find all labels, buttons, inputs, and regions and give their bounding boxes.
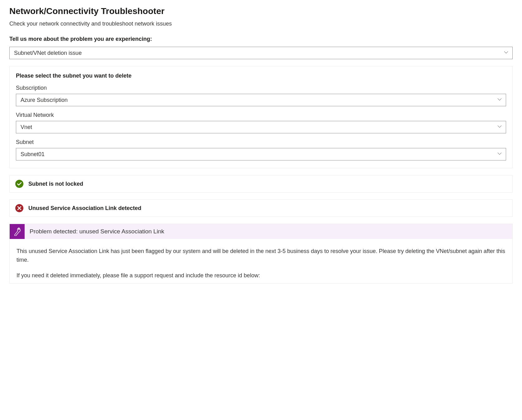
- vnet-select[interactable]: Vnet: [16, 121, 506, 133]
- problem-paragraph-1: This unused Service Association Link has…: [17, 247, 505, 265]
- page-title: Network/Connectivity Troubleshooter: [9, 6, 513, 16]
- subscription-select[interactable]: Azure Subscription: [16, 94, 506, 106]
- vnet-value: Vnet: [21, 124, 32, 131]
- problem-prompt-label: Tell us more about the problem you are e…: [9, 36, 513, 42]
- status-error-card: Unused Service Association Link detected: [9, 199, 513, 217]
- svg-point-0: [15, 180, 23, 188]
- subnet-select[interactable]: Subnet01: [16, 148, 506, 160]
- problem-type-value: Subnet/VNet deletion issue: [14, 50, 82, 56]
- error-circle-icon: [15, 204, 23, 212]
- subnet-value: Subnet01: [21, 151, 45, 158]
- problem-paragraph-2: If you need it deleted immediately, plea…: [17, 271, 505, 280]
- subscription-value: Azure Subscription: [21, 97, 68, 103]
- problem-type-select[interactable]: Subnet/VNet deletion issue: [9, 47, 513, 59]
- problem-detail-body: This unused Service Association Link has…: [9, 239, 513, 284]
- status-error-text: Unused Service Association Link detected: [28, 205, 141, 212]
- status-ok-card: Subnet is not locked: [9, 175, 513, 193]
- wrench-icon: [10, 224, 25, 239]
- vnet-label: Virtual Network: [16, 112, 506, 118]
- page-subtitle: Check your network connectivity and trou…: [9, 21, 513, 27]
- problem-detail-section: Problem detected: unused Service Associa…: [9, 224, 513, 284]
- subnet-select-panel: Please select the subnet you want to del…: [9, 66, 513, 168]
- problem-detail-title: Problem detected: unused Service Associa…: [25, 224, 169, 239]
- subnet-label: Subnet: [16, 139, 506, 146]
- status-ok-text: Subnet is not locked: [28, 181, 83, 187]
- subscription-label: Subscription: [16, 85, 506, 91]
- checkmark-circle-icon: [15, 180, 23, 188]
- subnet-panel-title: Please select the subnet you want to del…: [16, 73, 506, 79]
- problem-detail-header: Problem detected: unused Service Associa…: [9, 224, 513, 239]
